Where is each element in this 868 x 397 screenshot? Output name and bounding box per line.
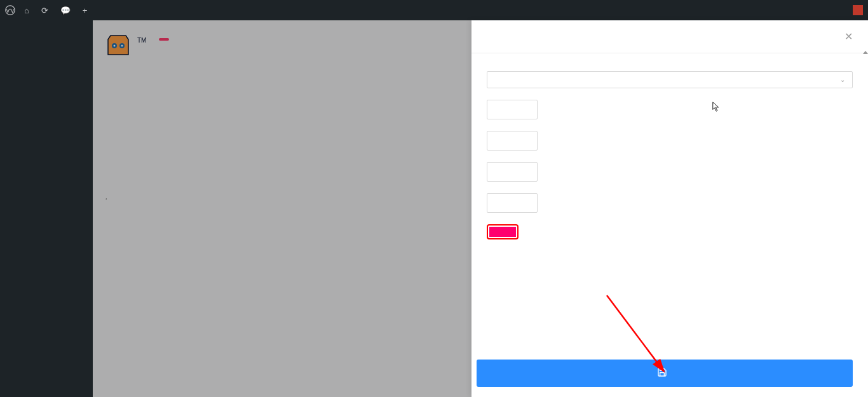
show-thumbnail-select[interactable]: ⌄ <box>487 71 853 88</box>
notify-again-input[interactable] <box>487 131 538 151</box>
color-swatch <box>489 227 516 237</box>
svg-point-4 <box>121 45 123 47</box>
refresh-icon: ⟳ <box>41 6 48 15</box>
product-limit-input[interactable] <box>487 100 538 119</box>
shopengine-logo-icon <box>105 33 131 58</box>
wp-logo-icon[interactable] <box>5 5 15 15</box>
account-menu[interactable] <box>849 5 863 15</box>
chevron-down-icon: ⌄ <box>840 76 845 83</box>
site-home[interactable]: ⌂ <box>24 6 32 15</box>
rounded-corners-input[interactable] <box>487 193 538 213</box>
comment-icon: 💬 <box>60 6 71 15</box>
settings-drawer: ✕ ⌄ <box>471 20 868 397</box>
svg-point-3 <box>114 45 116 47</box>
primary-color-picker[interactable] <box>487 224 519 239</box>
admin-sidebar <box>0 20 93 397</box>
save-button[interactable] <box>477 360 853 387</box>
avatar <box>853 5 863 15</box>
notify-every-input[interactable] <box>487 162 538 182</box>
save-icon <box>657 367 667 379</box>
comments-item[interactable]: 💬 <box>60 6 74 15</box>
plus-icon: + <box>83 6 88 15</box>
scroll-up-arrow-icon[interactable] <box>863 51 868 56</box>
home-icon: ⌂ <box>24 6 29 15</box>
admin-bar: ⌂ ⟳ 💬 + <box>0 0 868 20</box>
drawer-body: ⌄ <box>471 53 868 352</box>
version-badge <box>159 38 169 41</box>
close-icon[interactable]: ✕ <box>844 30 853 43</box>
new-item[interactable]: + <box>83 6 91 15</box>
updates-item[interactable]: ⟳ <box>41 6 51 15</box>
drawer-header: ✕ <box>471 20 868 53</box>
tm-mark: TM <box>137 37 146 44</box>
